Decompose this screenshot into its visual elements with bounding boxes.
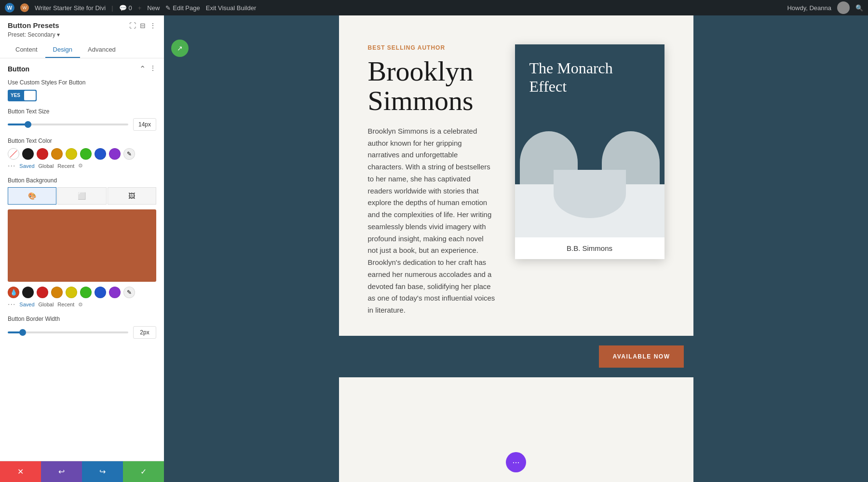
section-collapse-icon[interactable]: ⌃: [139, 64, 146, 73]
toggle-no-area: [24, 91, 36, 100]
bg-type-color[interactable]: 🎨: [8, 187, 56, 205]
color-meta-dots[interactable]: ···: [8, 162, 15, 170]
author-bio: Brooklyn Simmons is a celebrated author …: [368, 125, 496, 317]
site-name-link[interactable]: Writer Starter Site for Divi: [35, 4, 106, 12]
bg-color-meta-gear[interactable]: ⚙: [78, 302, 83, 308]
exit-builder-link[interactable]: Exit Visual Builder: [206, 4, 257, 12]
bg-type-row: 🎨 ⬜ 🖼: [8, 187, 156, 205]
bg-swatch-blue[interactable]: [95, 287, 106, 298]
swatch-orange[interactable]: [51, 148, 63, 160]
text-size-label: Button Text Size: [8, 108, 156, 116]
avatar[interactable]: [837, 1, 850, 14]
bg-color-meta: ··· Saved Global Recent ⚙: [8, 300, 156, 309]
border-width-slider-row: 2px: [8, 326, 156, 339]
wp-icon: W: [7, 5, 12, 11]
text-color-swatches: ✎: [8, 148, 156, 160]
bg-label: Button Background: [8, 177, 156, 185]
book-card: The Monarch Effect B.B. Simmons: [515, 44, 665, 259]
columns-icon[interactable]: ⊟: [140, 22, 146, 29]
bg-swatch-pencil[interactable]: ✎: [123, 287, 135, 298]
bg-swatch-yellow[interactable]: [66, 287, 77, 298]
comments-link[interactable]: 💬 0: [119, 4, 132, 12]
hero-right: The Monarch Effect B.B. Simmons: [515, 44, 665, 259]
bg-type-gradient[interactable]: ⬜: [57, 187, 106, 205]
bg-color-meta-global[interactable]: Global: [39, 302, 54, 307]
new-link[interactable]: New: [147, 4, 160, 12]
swatch-eyedropper[interactable]: 💧: [8, 287, 19, 298]
tab-design[interactable]: Design: [45, 42, 80, 58]
preset-chevron: ▾: [57, 31, 60, 38]
bg-color-meta-saved: Saved: [19, 302, 34, 307]
color-meta-recent[interactable]: Recent: [57, 163, 74, 169]
hero-section: BEST SELLING AUTHOR Brooklyn Simmons Bro…: [339, 15, 693, 336]
swatch-green[interactable]: [80, 148, 92, 160]
main-area: Button Presets ⛶ ⊟ ⋮ Preset: Secondary ▾…: [0, 15, 868, 482]
book-lower: [515, 184, 665, 237]
bg-swatch-red[interactable]: [37, 287, 48, 298]
redo-button[interactable]: ↪: [82, 461, 123, 482]
section-more-icon[interactable]: ⋮: [149, 64, 156, 73]
bg-swatch-green[interactable]: [80, 287, 92, 298]
bg-color-meta-recent[interactable]: Recent: [57, 302, 74, 307]
text-color-meta: ··· Saved Global Recent ⚙: [8, 162, 156, 170]
floating-icon[interactable]: ↗: [171, 40, 189, 57]
site-icon[interactable]: W: [20, 3, 29, 12]
tabs-row: Content Design Advanced: [8, 42, 156, 58]
swatch-blue[interactable]: [95, 148, 106, 160]
edit-icon: ✎: [165, 4, 171, 12]
color-meta-saved: Saved: [19, 163, 34, 169]
border-width-slider[interactable]: [8, 331, 128, 333]
swatch-yellow[interactable]: [66, 148, 77, 160]
panel-title-row: Button Presets ⛶ ⊟ ⋮: [8, 21, 156, 29]
bg-type-image[interactable]: 🖼: [108, 187, 156, 205]
use-custom-label: Use Custom Styles For Button: [8, 79, 156, 87]
available-now-button[interactable]: AVAILABLE NOW: [599, 345, 683, 368]
swatch-black[interactable]: [22, 148, 34, 160]
wp-logo[interactable]: W: [5, 3, 14, 13]
edit-page-label: Edit Page: [173, 4, 200, 12]
preset-link[interactable]: Preset: Secondary: [8, 31, 55, 38]
hero-left: BEST SELLING AUTHOR Brooklyn Simmons Bro…: [368, 44, 496, 317]
save-button[interactable]: ✓: [123, 461, 164, 482]
purple-dot-button[interactable]: ···: [506, 452, 526, 472]
undo-button[interactable]: ↩: [41, 461, 82, 482]
bg-swatch-purple[interactable]: [109, 287, 121, 298]
panel-header: Button Presets ⛶ ⊟ ⋮ Preset: Secondary ▾…: [0, 15, 164, 58]
text-size-slider[interactable]: [8, 124, 128, 125]
text-color-label: Button Text Color: [8, 138, 156, 145]
bg-color-meta-dots[interactable]: ···: [8, 300, 15, 309]
custom-styles-toggle[interactable]: YES: [8, 90, 37, 101]
right-area: ↗ BEST SELLING AUTHOR Brooklyn Simmons B…: [164, 15, 868, 482]
swatch-transparent[interactable]: [8, 148, 19, 160]
book-author: B.B. Simmons: [515, 237, 665, 259]
search-icon[interactable]: 🔍: [855, 4, 863, 12]
color-meta-global[interactable]: Global: [39, 163, 54, 169]
color-meta-gear[interactable]: ⚙: [78, 163, 83, 169]
text-size-value: 14px: [133, 118, 156, 131]
section-controls: ⌃ ⋮: [139, 64, 156, 73]
tab-advanced[interactable]: Advanced: [80, 42, 123, 58]
author-name-line1: Brooklyn: [368, 55, 474, 87]
border-width-field: Button Border Width 2px: [8, 316, 156, 339]
expand-icon[interactable]: ⛶: [129, 22, 136, 29]
bg-color-preview[interactable]: [8, 209, 156, 282]
bg-swatch-black[interactable]: [22, 287, 34, 298]
edit-page-link[interactable]: ✎ Edit Page: [165, 4, 200, 12]
text-size-slider-row: 14px: [8, 118, 156, 131]
cancel-button[interactable]: ✕: [0, 461, 41, 482]
swatch-red[interactable]: [37, 148, 48, 160]
panel-title-icons: ⛶ ⊟ ⋮: [129, 22, 156, 29]
swatch-pencil[interactable]: ✎: [123, 148, 135, 160]
bg-color-swatches: 💧 ✎: [8, 287, 156, 298]
site-icon-letter: W: [23, 5, 27, 10]
cancel-icon: ✕: [17, 467, 24, 476]
tab-content[interactable]: Content: [8, 42, 45, 58]
bg-swatch-orange[interactable]: [51, 287, 63, 298]
left-panel: Button Presets ⛶ ⊟ ⋮ Preset: Secondary ▾…: [0, 15, 164, 482]
button-section-header: Button ⌃ ⋮: [8, 64, 156, 73]
topbar: W W Writer Starter Site for Divi | 💬 0 +…: [0, 0, 868, 15]
topbar-right: Howdy, Deanna 🔍: [787, 1, 863, 14]
swatch-purple[interactable]: [109, 148, 121, 160]
use-custom-styles-field: Use Custom Styles For Button YES: [8, 79, 156, 101]
more-icon[interactable]: ⋮: [149, 22, 156, 29]
